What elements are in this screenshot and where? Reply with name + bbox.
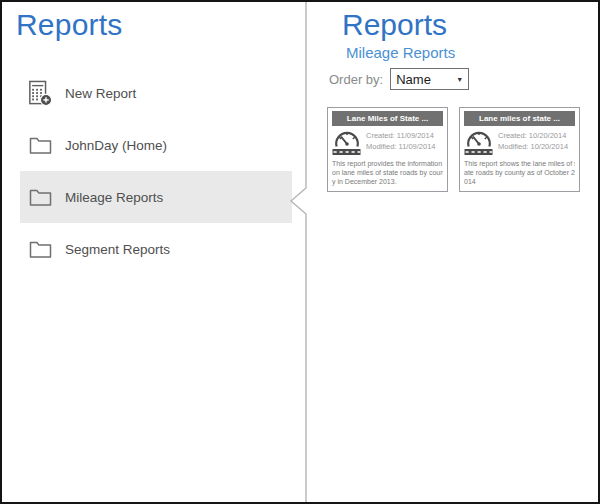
created-date: Created: 11/09/2014 — [366, 131, 436, 142]
mileage-gauge-icon — [332, 129, 362, 156]
sidebar-item-label: Mileage Reports — [65, 190, 163, 205]
order-by-label: Order by: — [329, 72, 383, 87]
order-by-row: Order by: Name ▼ — [329, 68, 469, 90]
main-panel: Reports Mileage Reports Order by: Name ▼… — [307, 2, 600, 502]
modified-date: Modified: 11/09/2014 — [366, 142, 436, 153]
order-by-select[interactable]: Name ▼ — [390, 68, 469, 90]
page-title: Reports — [342, 8, 447, 42]
sidebar-item-segment-reports[interactable]: Segment Reports — [2, 236, 292, 262]
dropdown-arrow-icon: ▼ — [456, 76, 463, 83]
report-card-dates: Created: 11/09/2014 Modified: 11/09/2014 — [366, 129, 436, 153]
new-report-icon — [28, 79, 52, 107]
description-line: This report shows the lane miles of st — [464, 159, 575, 168]
sidebar-item-label: New Report — [65, 86, 136, 101]
report-card-lane-miles-of-state[interactable]: Lane Miles of State ... Create — [327, 107, 448, 192]
sidebar-title: Reports — [16, 8, 122, 42]
report-card-dates: Created: 10/20/2014 Modified: 10/20/2014 — [498, 129, 568, 153]
page-subtitle: Mileage Reports — [346, 44, 455, 61]
order-by-value: Name — [396, 72, 431, 87]
report-card-title: Lane miles of state ... — [464, 111, 575, 126]
sidebar-item-new-report[interactable]: New Report — [2, 80, 292, 106]
reports-window: Reports New Report — [0, 0, 600, 504]
report-card-description: This report shows the lane miles of st a… — [464, 159, 575, 186]
folder-icon — [28, 240, 52, 259]
folder-icon — [28, 188, 52, 207]
report-card-title: Lane Miles of State ... — [332, 111, 443, 126]
report-card-lane-miles-of-state-2[interactable]: Lane miles of state ... Create — [459, 107, 580, 192]
sidebar-item-mileage-reports[interactable]: Mileage Reports — [2, 184, 292, 210]
description-line: y in December 2013. — [332, 177, 443, 186]
description-line: 014 — [464, 177, 575, 186]
sidebar-item-label: JohnDay (Home) — [65, 138, 167, 153]
sidebar-item-johnday-home[interactable]: JohnDay (Home) — [2, 132, 292, 158]
report-card-description: This report provides the information on … — [332, 159, 443, 186]
modified-date: Modified: 10/20/2014 — [498, 142, 568, 153]
sidebar-item-label: Segment Reports — [65, 242, 170, 257]
mileage-gauge-icon — [464, 129, 494, 156]
description-line: This report provides the information — [332, 159, 443, 168]
folder-icon — [28, 136, 52, 155]
created-date: Created: 10/20/2014 — [498, 131, 568, 142]
description-line: ate roads by county as of October 2 — [464, 168, 575, 177]
description-line: on lane miles of state roads by count — [332, 168, 443, 177]
sidebar: Reports New Report — [2, 2, 305, 502]
